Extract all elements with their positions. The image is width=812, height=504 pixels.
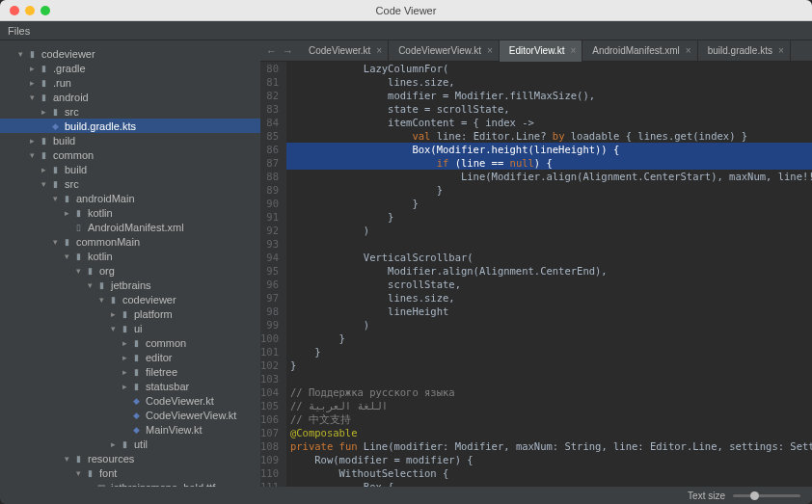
code-line[interactable]: modifier = Modifier.fillMaxSize(), <box>290 89 812 102</box>
tree-node[interactable]: ▸▮filetree <box>0 364 260 379</box>
code-line[interactable]: lineHeight <box>290 305 812 318</box>
code-line[interactable]: // Поддержка русского языка <box>290 385 812 399</box>
chevron-right-icon[interactable]: ▸ <box>39 107 48 117</box>
code-line[interactable]: VerticalScrollbar( <box>290 251 812 264</box>
minimize-window-button[interactable] <box>25 6 35 15</box>
close-tab-icon[interactable]: × <box>487 45 493 56</box>
tree-node[interactable]: ▸▮statusbar <box>0 379 260 393</box>
tree-node[interactable]: ▸▮build <box>0 133 260 147</box>
chevron-right-icon[interactable]: ▸ <box>108 309 118 319</box>
chevron-down-icon[interactable]: ▾ <box>96 295 106 305</box>
close-window-button[interactable] <box>10 6 19 15</box>
chevron-right-icon[interactable]: ▸ <box>120 353 129 362</box>
code-line[interactable]: Box(Modifier.height(lineHeight)) { <box>286 143 812 156</box>
editor-tab[interactable]: build.gradle.kts× <box>698 40 791 62</box>
code-line[interactable]: WithoutSelection { <box>290 466 812 480</box>
chevron-down-icon[interactable]: ▾ <box>50 194 60 203</box>
tree-node[interactable]: ▾▮kotlin <box>0 249 260 263</box>
chevron-down-icon[interactable]: ▾ <box>27 150 37 160</box>
chevron-down-icon[interactable]: ▾ <box>27 93 37 102</box>
code-line[interactable]: lines.size, <box>290 75 812 89</box>
tree-node[interactable]: ▾▮commonMain <box>0 234 260 249</box>
chevron-right-icon[interactable]: ▸ <box>120 338 129 348</box>
chevron-right-icon[interactable]: ▸ <box>27 64 37 73</box>
code-line[interactable]: } <box>290 358 812 372</box>
code-line[interactable]: } <box>290 332 812 345</box>
chevron-right-icon[interactable]: ▸ <box>27 136 37 146</box>
chevron-right-icon[interactable]: ▸ <box>120 382 129 391</box>
nav-forward-icon[interactable]: → <box>283 45 293 57</box>
tree-node[interactable]: ◆MainView.kt <box>0 422 260 437</box>
tree-node[interactable]: ▾▮android <box>0 90 260 104</box>
chevron-right-icon[interactable]: ▸ <box>120 367 129 377</box>
code-line[interactable]: lines.size, <box>290 291 812 305</box>
chevron-right-icon[interactable]: ▸ <box>27 78 37 88</box>
chevron-right-icon[interactable]: ▸ <box>108 439 118 449</box>
code-line[interactable]: Line(Modifier.align(Alignment.CenterStar… <box>290 170 812 183</box>
editor-tab[interactable]: AndroidManifest.xml× <box>582 40 697 62</box>
tree-node[interactable]: ▤jetbrainsmono_bold.ttf <box>0 480 260 487</box>
slider-knob[interactable] <box>750 491 759 500</box>
tree-node[interactable]: ▸▮.gradle <box>0 61 260 75</box>
chevron-right-icon[interactable]: ▸ <box>39 165 48 174</box>
close-tab-icon[interactable]: × <box>686 45 691 56</box>
tree-node[interactable]: ▸▮editor <box>0 350 260 364</box>
code-line[interactable]: } <box>290 197 812 210</box>
chevron-down-icon[interactable]: ▾ <box>85 280 95 290</box>
tree-node[interactable]: ▸▮kotlin <box>0 205 260 220</box>
chevron-down-icon[interactable]: ▾ <box>15 49 25 59</box>
code-editor[interactable]: 8081828384858687888990919293949596979899… <box>260 62 812 487</box>
code-line[interactable]: @Composable <box>290 426 812 439</box>
file-tree[interactable]: ▾▮codeviewer▸▮.gradle▸▮.run▾▮android▸▮sr… <box>0 40 260 487</box>
chevron-right-icon[interactable]: ▸ <box>62 208 71 218</box>
code-line[interactable] <box>290 237 812 251</box>
tree-node[interactable]: ▾▮common <box>0 147 260 162</box>
tree-node[interactable]: ▾▮androidMain <box>0 191 260 205</box>
code-line[interactable]: ) <box>290 318 812 332</box>
maximize-window-button[interactable] <box>41 6 50 15</box>
tree-node[interactable]: ▯AndroidManifest.xml <box>0 220 260 234</box>
tree-node[interactable]: ▸▮util <box>0 437 260 451</box>
tree-node[interactable]: ▾▮font <box>0 465 260 480</box>
chevron-down-icon[interactable]: ▾ <box>62 252 71 261</box>
tree-node[interactable]: ▸▮platform <box>0 306 260 321</box>
tree-node[interactable]: ◆CodeViewerView.kt <box>0 408 260 422</box>
code-line[interactable]: } <box>290 183 812 197</box>
tree-node[interactable]: ◆build.gradle.kts <box>0 119 260 133</box>
code-line[interactable]: // 中文支持 <box>290 412 812 426</box>
nav-back-icon[interactable]: ← <box>266 45 277 57</box>
code-line[interactable]: Modifier.align(Alignment.CenterEnd), <box>290 264 812 278</box>
code-line[interactable]: Row(modifier = modifier) { <box>290 453 812 466</box>
tree-node[interactable]: ▸▮.run <box>0 75 260 90</box>
code-line[interactable]: private fun Line(modifier: Modifier, max… <box>290 439 812 453</box>
tree-node[interactable]: ▾▮codeviewer <box>0 46 260 61</box>
tree-node[interactable]: ▸▮build <box>0 162 260 176</box>
code-body[interactable]: LazyColumnFor( lines.size, modifier = Mo… <box>286 62 812 487</box>
close-tab-icon[interactable]: × <box>570 45 576 56</box>
editor-tab[interactable]: EditorView.kt× <box>500 40 582 62</box>
chevron-down-icon[interactable]: ▾ <box>50 237 60 247</box>
code-line[interactable] <box>290 372 812 385</box>
close-tab-icon[interactable]: × <box>778 45 784 56</box>
chevron-down-icon[interactable]: ▾ <box>73 266 83 276</box>
code-line[interactable]: Box { <box>290 480 812 487</box>
tree-node[interactable]: ▾▮resources <box>0 451 260 465</box>
close-tab-icon[interactable]: × <box>376 45 382 56</box>
code-line[interactable]: val line: Editor.Line? by loadable { lin… <box>290 129 812 143</box>
text-size-slider[interactable] <box>733 494 800 497</box>
code-line[interactable]: } <box>290 210 812 224</box>
chevron-down-icon[interactable]: ▾ <box>108 324 118 333</box>
code-line[interactable]: scrollState, <box>290 278 812 291</box>
editor-tab[interactable]: CodeViewer.kt× <box>299 40 389 62</box>
chevron-down-icon[interactable]: ▾ <box>62 454 71 464</box>
code-line[interactable]: // اللغة العربية <box>290 399 812 412</box>
code-line[interactable]: LazyColumnFor( <box>290 62 812 75</box>
tree-node[interactable]: ▾▮src <box>0 176 260 191</box>
code-line[interactable]: if (line == null) { <box>286 156 812 170</box>
tree-node[interactable]: ▸▮src <box>0 104 260 119</box>
code-line[interactable]: itemContent = { index -> <box>290 116 812 129</box>
editor-tab[interactable]: CodeViewerView.kt× <box>389 40 500 62</box>
tree-node[interactable]: ▾▮codeviewer <box>0 292 260 306</box>
tree-node[interactable]: ▾▮jetbrains <box>0 278 260 292</box>
code-line[interactable]: } <box>290 345 812 358</box>
